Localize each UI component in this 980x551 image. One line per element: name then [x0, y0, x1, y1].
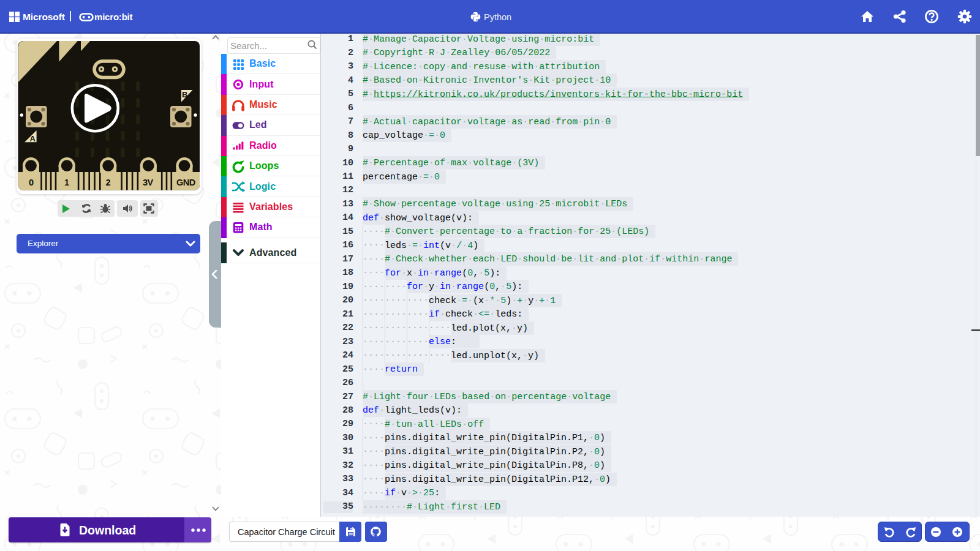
svg-text:GND: GND — [176, 178, 195, 187]
svg-text:1: 1 — [64, 178, 69, 187]
svg-text:0: 0 — [29, 178, 34, 187]
svg-text:A: A — [30, 134, 36, 143]
svg-text:3V: 3V — [143, 178, 154, 187]
svg-text:2: 2 — [106, 178, 111, 187]
svg-text:B: B — [182, 90, 187, 99]
